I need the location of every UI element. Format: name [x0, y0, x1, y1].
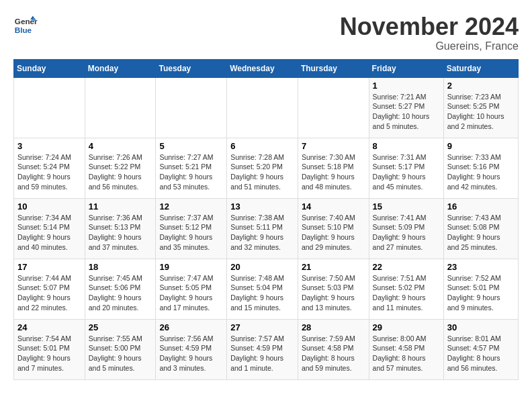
day-info: Sunrise: 7:30 AM Sunset: 5:18 PM Dayligh…	[302, 152, 365, 192]
day-number: 7	[302, 141, 365, 151]
day-info: Sunrise: 7:47 AM Sunset: 5:05 PM Dayligh…	[159, 273, 223, 313]
calendar-cell: 13Sunrise: 7:38 AM Sunset: 5:11 PM Dayli…	[227, 198, 298, 259]
day-number: 23	[447, 262, 515, 272]
week-row-1: 1Sunrise: 7:21 AM Sunset: 5:27 PM Daylig…	[14, 77, 519, 138]
day-info: Sunrise: 7:45 AM Sunset: 5:06 PM Dayligh…	[89, 273, 152, 313]
calendar-cell	[156, 77, 227, 138]
day-info: Sunrise: 7:31 AM Sunset: 5:17 PM Dayligh…	[373, 152, 440, 192]
calendar-cell: 17Sunrise: 7:44 AM Sunset: 5:07 PM Dayli…	[14, 259, 85, 319]
day-number: 21	[302, 262, 365, 272]
day-number: 12	[159, 201, 223, 212]
day-info: Sunrise: 7:57 AM Sunset: 4:59 PM Dayligh…	[230, 334, 294, 373]
calendar-cell: 30Sunrise: 8:01 AM Sunset: 4:57 PM Dayli…	[443, 319, 518, 379]
day-info: Sunrise: 7:40 AM Sunset: 5:10 PM Dayligh…	[302, 213, 365, 253]
day-number: 25	[89, 322, 152, 332]
calendar-cell: 8Sunrise: 7:31 AM Sunset: 5:17 PM Daylig…	[369, 138, 443, 198]
weekday-header-thursday: Thursday	[298, 59, 369, 77]
day-info: Sunrise: 7:56 AM Sunset: 4:59 PM Dayligh…	[159, 334, 223, 373]
week-row-2: 3Sunrise: 7:24 AM Sunset: 5:24 PM Daylig…	[14, 138, 519, 198]
day-number: 26	[159, 322, 223, 332]
weekday-header-friday: Friday	[369, 59, 443, 77]
weekday-header-monday: Monday	[85, 59, 156, 77]
day-number: 14	[302, 201, 365, 212]
week-row-4: 17Sunrise: 7:44 AM Sunset: 5:07 PM Dayli…	[14, 259, 519, 319]
day-number: 29	[373, 322, 440, 332]
calendar-cell	[14, 77, 85, 138]
day-number: 17	[17, 262, 81, 272]
day-info: Sunrise: 8:00 AM Sunset: 4:58 PM Dayligh…	[373, 334, 440, 373]
calendar-cell: 21Sunrise: 7:50 AM Sunset: 5:03 PM Dayli…	[298, 259, 369, 319]
day-number: 22	[373, 262, 440, 272]
day-number: 28	[302, 322, 365, 332]
day-info: Sunrise: 7:28 AM Sunset: 5:20 PM Dayligh…	[230, 152, 294, 192]
month-title: November 2024	[340, 13, 519, 40]
day-number: 20	[230, 262, 294, 272]
day-number: 16	[447, 201, 515, 212]
calendar-cell: 14Sunrise: 7:40 AM Sunset: 5:10 PM Dayli…	[298, 198, 369, 259]
calendar-cell: 4Sunrise: 7:26 AM Sunset: 5:22 PM Daylig…	[85, 138, 156, 198]
day-info: Sunrise: 8:01 AM Sunset: 4:57 PM Dayligh…	[447, 334, 515, 373]
weekday-header-row: SundayMondayTuesdayWednesdayThursdayFrid…	[14, 59, 519, 77]
week-row-3: 10Sunrise: 7:34 AM Sunset: 5:14 PM Dayli…	[14, 198, 519, 259]
calendar-cell	[85, 77, 156, 138]
day-info: Sunrise: 7:36 AM Sunset: 5:13 PM Dayligh…	[89, 213, 152, 253]
day-info: Sunrise: 7:50 AM Sunset: 5:03 PM Dayligh…	[302, 273, 365, 313]
svg-text:Blue: Blue	[15, 26, 32, 34]
calendar-cell: 16Sunrise: 7:43 AM Sunset: 5:08 PM Dayli…	[443, 198, 518, 259]
day-info: Sunrise: 7:27 AM Sunset: 5:21 PM Dayligh…	[159, 152, 223, 192]
calendar-cell: 24Sunrise: 7:54 AM Sunset: 5:01 PM Dayli…	[14, 319, 85, 379]
day-info: Sunrise: 7:38 AM Sunset: 5:11 PM Dayligh…	[230, 213, 294, 253]
location: Guereins, France	[340, 40, 519, 52]
calendar-cell: 15Sunrise: 7:41 AM Sunset: 5:09 PM Dayli…	[369, 198, 443, 259]
day-info: Sunrise: 7:48 AM Sunset: 5:04 PM Dayligh…	[230, 273, 294, 313]
day-number: 15	[373, 201, 440, 212]
calendar-cell: 9Sunrise: 7:33 AM Sunset: 5:16 PM Daylig…	[443, 138, 518, 198]
calendar-cell: 26Sunrise: 7:56 AM Sunset: 4:59 PM Dayli…	[156, 319, 227, 379]
calendar-cell: 27Sunrise: 7:57 AM Sunset: 4:59 PM Dayli…	[227, 319, 298, 379]
page-header: General Blue November 2024 Guereins, Fra…	[13, 13, 519, 52]
day-info: Sunrise: 7:21 AM Sunset: 5:27 PM Dayligh…	[373, 92, 440, 132]
day-info: Sunrise: 7:43 AM Sunset: 5:08 PM Dayligh…	[447, 213, 515, 253]
weekday-header-saturday: Saturday	[443, 59, 518, 77]
day-number: 11	[89, 201, 152, 212]
day-info: Sunrise: 7:44 AM Sunset: 5:07 PM Dayligh…	[17, 273, 81, 313]
day-info: Sunrise: 7:59 AM Sunset: 4:58 PM Dayligh…	[302, 334, 365, 373]
day-info: Sunrise: 7:37 AM Sunset: 5:12 PM Dayligh…	[159, 213, 223, 253]
day-info: Sunrise: 7:23 AM Sunset: 5:25 PM Dayligh…	[447, 92, 515, 132]
logo-icon: General Blue	[13, 13, 38, 38]
day-number: 8	[373, 141, 440, 151]
calendar-cell: 22Sunrise: 7:51 AM Sunset: 5:02 PM Dayli…	[369, 259, 443, 319]
day-info: Sunrise: 7:33 AM Sunset: 5:16 PM Dayligh…	[447, 152, 515, 192]
day-number: 4	[89, 141, 152, 151]
week-row-5: 24Sunrise: 7:54 AM Sunset: 5:01 PM Dayli…	[14, 319, 519, 379]
day-number: 6	[230, 141, 294, 151]
day-number: 18	[89, 262, 152, 272]
calendar-cell: 20Sunrise: 7:48 AM Sunset: 5:04 PM Dayli…	[227, 259, 298, 319]
day-number: 19	[159, 262, 223, 272]
calendar-cell: 19Sunrise: 7:47 AM Sunset: 5:05 PM Dayli…	[156, 259, 227, 319]
title-block: November 2024 Guereins, France	[340, 13, 519, 52]
day-info: Sunrise: 7:55 AM Sunset: 5:00 PM Dayligh…	[89, 334, 152, 373]
calendar-cell: 10Sunrise: 7:34 AM Sunset: 5:14 PM Dayli…	[14, 198, 85, 259]
calendar-cell: 29Sunrise: 8:00 AM Sunset: 4:58 PM Dayli…	[369, 319, 443, 379]
calendar-cell: 6Sunrise: 7:28 AM Sunset: 5:20 PM Daylig…	[227, 138, 298, 198]
day-number: 24	[17, 322, 81, 332]
calendar-cell: 12Sunrise: 7:37 AM Sunset: 5:12 PM Dayli…	[156, 198, 227, 259]
day-info: Sunrise: 7:41 AM Sunset: 5:09 PM Dayligh…	[373, 213, 440, 253]
weekday-header-wednesday: Wednesday	[227, 59, 298, 77]
logo: General Blue	[13, 13, 38, 38]
calendar-cell: 5Sunrise: 7:27 AM Sunset: 5:21 PM Daylig…	[156, 138, 227, 198]
day-number: 9	[447, 141, 515, 151]
calendar-cell	[298, 77, 369, 138]
day-info: Sunrise: 7:34 AM Sunset: 5:14 PM Dayligh…	[17, 213, 81, 253]
day-number: 13	[230, 201, 294, 212]
calendar-cell: 23Sunrise: 7:52 AM Sunset: 5:01 PM Dayli…	[443, 259, 518, 319]
calendar-cell: 1Sunrise: 7:21 AM Sunset: 5:27 PM Daylig…	[369, 77, 443, 138]
day-info: Sunrise: 7:54 AM Sunset: 5:01 PM Dayligh…	[17, 334, 81, 373]
calendar-cell: 25Sunrise: 7:55 AM Sunset: 5:00 PM Dayli…	[85, 319, 156, 379]
day-number: 2	[447, 81, 515, 91]
day-number: 30	[447, 322, 515, 332]
day-info: Sunrise: 7:52 AM Sunset: 5:01 PM Dayligh…	[447, 273, 515, 313]
day-info: Sunrise: 7:51 AM Sunset: 5:02 PM Dayligh…	[373, 273, 440, 313]
day-info: Sunrise: 7:26 AM Sunset: 5:22 PM Dayligh…	[89, 152, 152, 192]
